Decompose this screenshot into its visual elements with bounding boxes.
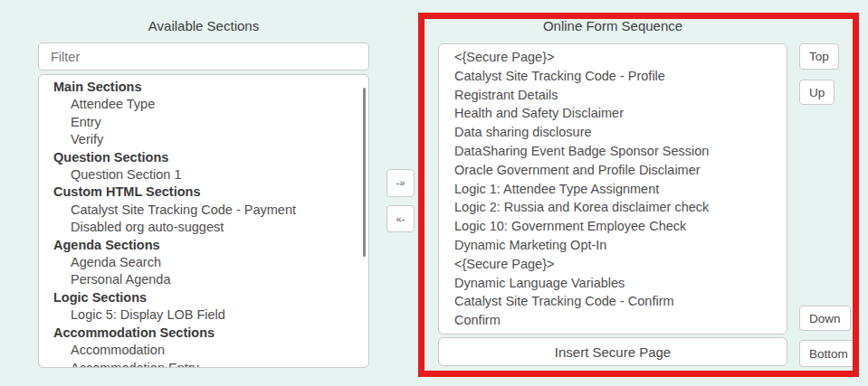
sequence-item[interactable]: Logic 2: Russia and Korea disclaimer che… [439,198,787,217]
sequence-item[interactable]: Dynamic Marketing Opt-In [439,236,787,255]
sequence-item[interactable]: Data sharing disclosure [439,123,787,142]
sequence-item[interactable]: Catalyst Site Tracking Code - Profile [439,67,787,86]
available-section-item[interactable]: Personal Agenda [39,271,368,288]
sequence-item[interactable]: <{Secure Page}> [439,255,787,274]
available-section-item[interactable]: Accommodation [39,342,368,359]
section-group-header: Custom HTML Sections [39,184,368,201]
sequence-item[interactable]: Logic 1: Attendee Type Assignment [439,180,787,199]
section-group-header: Question Sections [39,149,368,166]
bottom-button[interactable]: Bottom [799,340,858,367]
available-section-item[interactable]: Attendee Type [39,96,368,113]
available-section-item[interactable]: Logic 5: Display LOB Field [39,306,368,324]
available-section-item[interactable]: Catalyst Site Tracking Code - Payment [39,202,368,219]
section-group-header: Agenda Sections [39,237,368,254]
available-section-item[interactable]: Question Section 1 [39,166,368,184]
move-right-button[interactable]: -» [386,169,415,197]
section-group-header: Main Sections [39,79,368,96]
sequence-item[interactable]: Catalyst Site Tracking Code - Confirm [439,292,787,311]
sequence-item[interactable]: Dynamic Language Variables [439,274,787,293]
available-sections-title: Available Sections [38,17,369,35]
sequence-item[interactable]: Logic 10: Government Employee Check [439,217,787,236]
online-form-sequence-title: Online Form Sequence [438,17,787,35]
section-group-header: Logic Sections [39,289,368,306]
available-section-item[interactable]: Verify [39,131,368,148]
up-button[interactable]: Up [799,80,835,105]
sequence-item[interactable]: DataSharing Event Badge Sponsor Session [439,142,787,161]
online-form-sequence-list[interactable]: <{Secure Page}>Catalyst Site Tracking Co… [438,43,787,334]
form-designer: Available Sections Main SectionsAttendee… [0,0,868,386]
available-sections-list[interactable]: Main SectionsAttendee TypeEntryVerifyQue… [38,74,369,368]
move-left-button[interactable]: «- [386,205,415,232]
available-section-item[interactable]: Accommodation Entry [39,360,368,369]
available-section-item[interactable]: Entry [39,114,368,131]
sequence-item[interactable]: <{Secure Page}> [439,48,787,67]
insert-secure-page-button[interactable]: Insert Secure Page [438,337,787,366]
sequence-item[interactable]: Confirm [439,311,787,330]
available-section-item[interactable]: Agenda Search [39,254,368,271]
sequence-item[interactable]: Oracle Government and Profile Disclaimer [439,161,787,180]
scrollbar-thumb[interactable] [363,88,366,257]
sequence-item[interactable]: Health and Safety Disclaimer [439,104,787,123]
section-group-header: Accommodation Sections [39,325,368,342]
top-button[interactable]: Top [799,43,839,70]
filter-input[interactable] [38,42,369,71]
online-form-sequence-items: <{Secure Page}>Catalyst Site Tracking Co… [439,48,787,330]
available-section-item[interactable]: Disabled org auto-suggest [39,219,368,236]
down-button[interactable]: Down [799,306,851,331]
sequence-item[interactable]: Registrant Details [439,86,787,105]
available-sections-items: Main SectionsAttendee TypeEntryVerifyQue… [39,79,368,368]
